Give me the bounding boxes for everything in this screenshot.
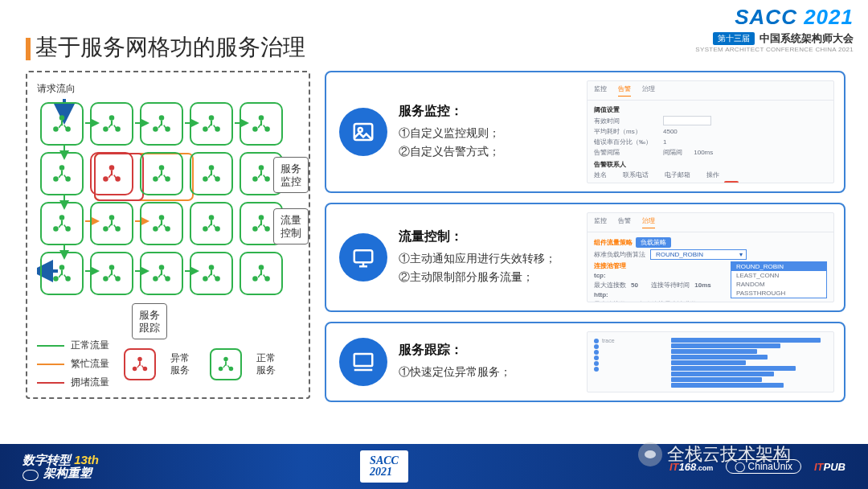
- svg-point-68: [153, 276, 158, 281]
- svg-point-16: [59, 115, 65, 121]
- brand-logo-a: SACC: [735, 5, 797, 29]
- cloud-icon: [23, 470, 39, 481]
- mesh-badge-traffic: 流量 控制: [273, 208, 309, 244]
- shot-tab-active: 告警: [618, 84, 631, 97]
- shot-tab: 告警: [618, 216, 631, 228]
- mesh-node: [140, 202, 183, 245]
- mesh-node: [190, 152, 233, 195]
- shot-chip: 负载策略: [636, 237, 671, 248]
- legend-normal-service: 正常 服务: [256, 352, 281, 376]
- legend-line-red-icon: [37, 382, 64, 384]
- svg-point-79: [223, 356, 228, 361]
- legend-abnormal-service: 异常 服务: [170, 352, 195, 376]
- shot-label: 告警间隔: [594, 148, 658, 157]
- shot-label: 最大连接数: [594, 281, 626, 290]
- svg-point-22: [159, 115, 165, 121]
- card-trace: 服务跟踪： ①快速定位异常服务； trace: [325, 322, 845, 402]
- svg-point-17: [53, 126, 59, 132]
- shot-value: 10ms: [694, 281, 710, 289]
- svg-point-19: [109, 115, 115, 121]
- card-traffic-screenshot: 监控 告警 治理 组件流量策略 负载策略 标准负载均衡算法 ROUND_ROBI…: [587, 212, 834, 302]
- svg-point-80: [219, 366, 223, 371]
- mesh-node: [140, 152, 183, 195]
- brand-logo: SACC 2021: [695, 5, 854, 30]
- shot-value: 间隔间: [663, 148, 682, 157]
- mesh-grid: 服务 监控 流量 控制 服务 跟踪: [37, 99, 302, 340]
- svg-point-67: [159, 265, 165, 270]
- svg-point-61: [59, 265, 65, 270]
- shot-option: LEAST_CONN: [731, 271, 826, 280]
- card-traffic-line2: ②主动限制部分服务流量；: [399, 271, 534, 283]
- svg-point-55: [209, 215, 215, 220]
- svg-point-64: [109, 265, 115, 270]
- shot-section: 告警联系人: [594, 160, 827, 169]
- svg-point-53: [153, 226, 158, 232]
- card-traffic-line1: ①主动通知应用进行失效转移；: [399, 253, 556, 265]
- shot-label: 错误率百分比（‰）: [594, 138, 658, 146]
- mesh-legend: 正常流量 繁忙流量 拥堵流量 异常 服务 正常 服务: [37, 339, 299, 389]
- mesh-badge-monitor: 服务 监控: [273, 157, 309, 193]
- mesh-node: [240, 102, 283, 146]
- shot-col: 操作: [706, 171, 719, 179]
- wechat-overlay: 全栈云技术架构: [638, 442, 791, 466]
- svg-point-70: [209, 265, 215, 270]
- mesh-node: [190, 102, 233, 146]
- card-monitor-line1: ①自定义监控规则；: [399, 127, 500, 139]
- svg-point-58: [259, 215, 264, 220]
- mesh-node: [40, 252, 84, 295]
- footer-headline1: 数字转型: [23, 453, 71, 466]
- shot-tab-active: 治理: [642, 216, 655, 228]
- shot-value: 50: [631, 281, 638, 289]
- brand-en: SYSTEM ARCHITECT CONFERENCE CHINA 2021: [695, 46, 854, 53]
- shot-section: 连接池管理: [594, 261, 724, 270]
- svg-point-40: [209, 165, 215, 171]
- shot-select: ROUND_ROBIN: [650, 249, 747, 260]
- svg-point-46: [59, 215, 65, 220]
- shot-col: 电子邮箱: [665, 171, 690, 179]
- shot-sub: http:: [594, 291, 608, 298]
- svg-point-59: [252, 226, 258, 232]
- brand-tag: 第十三届: [713, 32, 755, 45]
- mesh-flow-caption: 请求流向: [37, 82, 299, 96]
- brand-cn: 中国系统架构师大会: [760, 31, 854, 46]
- mesh-node: [190, 252, 233, 295]
- legend-busy-traffic: 繁忙流量: [71, 357, 109, 371]
- wechat-icon: [638, 442, 662, 466]
- card-monitor-heading: 服务监控：: [399, 103, 575, 120]
- branding-block: SACC 2021 第十三届 中国系统架构师大会 SYSTEM ARCHITEC…: [695, 5, 854, 53]
- delete-icon: [724, 181, 739, 183]
- desktop-icon: [339, 338, 387, 386]
- shot-label: 连接等待时间: [651, 281, 690, 290]
- mesh-node: [40, 152, 84, 195]
- shot-value: 4500: [663, 128, 678, 135]
- svg-point-74: [252, 276, 258, 281]
- svg-point-35: [103, 176, 108, 182]
- shot-label: 有效时间: [594, 117, 658, 125]
- svg-point-32: [53, 176, 59, 182]
- shot-tab: 治理: [642, 84, 655, 97]
- svg-point-76: [137, 356, 142, 361]
- svg-point-52: [159, 215, 165, 220]
- footer-th: 13th: [74, 453, 99, 466]
- shot-sub: tcp:: [594, 272, 606, 279]
- svg-rect-84: [354, 250, 373, 262]
- card-trace-heading: 服务跟踪：: [399, 342, 575, 359]
- footer-center-logo: SACC2021: [360, 450, 408, 483]
- card-trace-line1: ①快速定位异常服务；: [399, 366, 511, 378]
- svg-point-83: [358, 128, 362, 132]
- card-monitor-screenshot: 监控 告警 治理 阈值设置 有效时间 平均耗时（ms）4500 错误率百分比（‰…: [587, 80, 834, 183]
- shot-value: 100ms: [694, 149, 713, 156]
- svg-point-77: [133, 366, 137, 371]
- slide-title-text: 基于服务网格功的服务治理: [35, 32, 305, 63]
- svg-point-26: [203, 126, 207, 132]
- shot-col: 姓名: [594, 171, 607, 179]
- mesh-node: [40, 102, 84, 146]
- card-trace-screenshot: trace: [587, 331, 834, 392]
- svg-point-41: [203, 176, 207, 182]
- legend-node-abnormal-icon: [124, 348, 156, 380]
- image-icon: [339, 108, 387, 156]
- shot-tab: 监控: [594, 84, 607, 97]
- mesh-node: [40, 202, 84, 245]
- shot-option: PASSTHROUGH: [731, 289, 826, 298]
- wechat-overlay-text: 全栈云技术架构: [667, 442, 791, 466]
